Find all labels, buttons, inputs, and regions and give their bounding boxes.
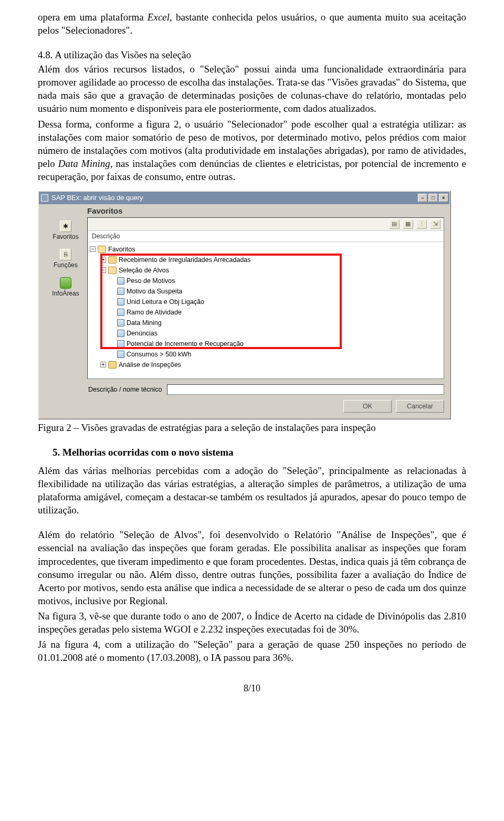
tree-leaf-label: Unid Leitura e Obj Ligação — [127, 298, 204, 306]
paragraph-visoes-2: Dessa forma, conforme a figura 2, o usuá… — [38, 118, 466, 183]
toolbar-btn-4[interactable]: ⇲ — [430, 219, 440, 229]
tree-leaf-label: Denúncias — [127, 330, 158, 337]
tree-leaf-motivo[interactable]: Motivo da Suspeita — [90, 286, 442, 297]
window-title: SAP BEx: abrir visão de query — [51, 194, 418, 202]
p1-italic-excel: Excel — [148, 12, 170, 23]
maximize-button[interactable]: □ — [428, 194, 438, 202]
tree-leaf-label: Ramo de Atividade — [127, 309, 182, 316]
tree-leaf-label: Motivo da Suspeita — [127, 288, 182, 295]
view-icon — [117, 340, 124, 348]
expand-icon: ⇲ — [433, 220, 438, 227]
tree-leaf-datamining[interactable]: Data Mining — [90, 318, 442, 328]
minimize-button[interactable]: – — [418, 194, 427, 202]
tree-root-favoritos[interactable]: − Favoritos — [90, 244, 442, 255]
cancel-button[interactable]: Cancelar — [396, 400, 444, 413]
paragraph-figura4: Já na figura 4, com a utilização do "Sel… — [38, 638, 466, 664]
titlebar[interactable]: SAP BEx: abrir visão de query – □ × — [39, 192, 449, 204]
tree-analise[interactable]: + Análise de Inspeções — [90, 360, 442, 370]
section48-rest: na seleção — [148, 49, 191, 60]
ok-label: OK — [363, 403, 372, 410]
column-header-descricao: Descrição — [88, 231, 444, 242]
tree-leaf-consumos[interactable]: Consumos > 500 kWh — [90, 349, 442, 360]
tree: − Favoritos + Recebimento de Irregularid… — [88, 242, 444, 378]
close-icon: × — [442, 195, 445, 201]
view-icon — [117, 351, 124, 358]
tree-leaf-peso[interactable]: Peso de Motivos — [90, 276, 442, 286]
desc-name-input[interactable] — [167, 384, 444, 395]
expand-plus-icon[interactable]: + — [100, 362, 106, 367]
grid2-icon: ▦ — [405, 220, 411, 227]
cancel-label: Cancelar — [407, 403, 433, 410]
sidebar-item-favoritos[interactable]: ✱ Favoritos — [44, 219, 87, 248]
folder-open-icon — [98, 246, 106, 253]
expand-minus-icon[interactable]: − — [90, 246, 96, 252]
tree-leaf-potencial[interactable]: Potencial de Incremento e Recuperação — [90, 339, 442, 349]
view-icon — [117, 277, 124, 285]
sidebar-label-infoareas: InfoÁreas — [52, 290, 79, 297]
grid-icon: ▤ — [392, 220, 397, 227]
ok-button[interactable]: OK — [343, 400, 392, 413]
tree-leaf-ramo[interactable]: Ramo de Atividade — [90, 307, 442, 318]
view-icon — [117, 330, 124, 337]
expand-minus-icon[interactable]: − — [100, 267, 106, 273]
tree-recebimento-label: Recebimento de Irregularidades Arrecadad… — [119, 256, 251, 264]
desc-name-label: Descrição / nome técnico — [88, 386, 162, 393]
section48-vis: Visões — [121, 49, 148, 60]
sap-dialog: SAP BEx: abrir visão de query – □ × Favo… — [38, 191, 450, 419]
folder-icon — [108, 256, 117, 264]
tree-leaf-label: Potencial de Incremento e Recuperação — [127, 340, 244, 348]
page-number: 8/10 — [38, 683, 466, 694]
expand-plus-icon[interactable]: + — [100, 257, 106, 262]
favorites-heading: Favoritos — [39, 204, 449, 217]
figure-2-caption: Figura 2 – Visões gravadas de estratégia… — [38, 421, 466, 434]
tree-leaf-unid[interactable]: Unid Leitura e Obj Ligação — [90, 297, 442, 307]
close-button[interactable]: × — [439, 194, 448, 202]
tree-leaf-label: Peso de Motivos — [127, 277, 175, 285]
toolbar-btn-3[interactable]: ⋮ — [416, 219, 427, 229]
tree-selecao-label: Seleção de Alvos — [119, 267, 169, 274]
tree-leaf-denuncias[interactable]: Denúncias — [90, 328, 442, 339]
view-icon — [117, 288, 124, 295]
tree-leaf-label: Consumos > 500 kWh — [127, 351, 191, 358]
p3-italic-datamining: Data Mining — [58, 158, 110, 169]
paragraph-melhorias-1: Além das várias melhorias percebidas com… — [38, 464, 466, 517]
view-icon — [117, 298, 124, 306]
paragraph-figura3: Na figura 3, vê-se que durante todo o an… — [38, 609, 466, 636]
section48-num: 4.8. A utilização das — [38, 49, 121, 60]
tree-pane: ▤ ▦ ⋮ ⇲ Descrição − Favoritos + — [87, 217, 444, 379]
sidebar-item-infoareas[interactable]: InfoÁreas — [44, 276, 87, 304]
paragraph-melhorias-2: Além do relatório "Seleção de Alvos", fo… — [38, 528, 466, 607]
folder-open-icon — [108, 267, 117, 274]
section-5-heading: 5. Melhorias ocorridas com o novo sistem… — [52, 446, 466, 459]
tree-recebimento[interactable]: + Recebimento de Irregularidades Arrecad… — [90, 255, 442, 265]
functions-icon: ⎘ — [60, 249, 71, 260]
sidebar-label-favoritos: Favoritos — [52, 233, 78, 240]
minimize-icon: – — [421, 195, 424, 201]
tree-leaf-label: Data Mining — [127, 319, 162, 327]
folder-icon — [108, 361, 117, 369]
paragraph-visoes-1: Além dos vários recursos listados, o "Se… — [38, 62, 466, 115]
view-icon — [117, 319, 124, 327]
p1a-text: opera em uma plataforma — [38, 12, 148, 23]
tree-root-label: Favoritos — [108, 246, 135, 253]
sidebar-label-funcoes: Funções — [54, 261, 78, 269]
view-icon — [117, 309, 124, 316]
sidebar-item-funcoes[interactable]: ⎘ Funções — [44, 248, 87, 276]
toolbar-btn-2[interactable]: ▦ — [403, 219, 413, 229]
paragraph-excel: opera em uma plataforma Excel, bastante … — [38, 10, 466, 37]
sap-app-icon — [41, 194, 48, 202]
infoareas-icon — [60, 277, 71, 289]
sidebar: ✱ Favoritos ⎘ Funções InfoÁreas — [44, 217, 87, 379]
section-4-8-heading: 4.8. A utilização das Visões na seleção — [38, 48, 466, 61]
star-icon: ✱ — [60, 220, 71, 232]
toolbar-btn-1[interactable]: ▤ — [389, 219, 400, 229]
tree-analise-label: Análise de Inspeções — [119, 361, 181, 369]
menu-icon: ⋮ — [419, 220, 425, 227]
tree-selecao-alvos[interactable]: − Seleção de Alvos — [90, 265, 442, 276]
maximize-icon: □ — [432, 195, 434, 201]
